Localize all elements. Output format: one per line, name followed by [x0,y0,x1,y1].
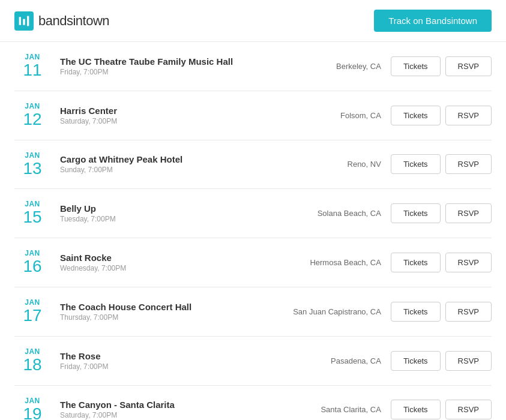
event-info: Saint Rocke Wednesday, 7:00PM [60,253,283,272]
event-day: 11 [14,61,50,80]
svg-rect-0 [19,17,21,25]
tickets-button[interactable]: Tickets [391,56,441,76]
date-block: JAN 11 [14,53,50,80]
event-name: Harris Center [60,106,283,116]
rsvp-button[interactable]: RSVP [445,154,492,174]
event-day: 15 [14,208,50,227]
event-time: Wednesday, 7:00PM [60,264,283,272]
svg-rect-1 [23,19,25,25]
tickets-button[interactable]: Tickets [391,351,441,371]
event-actions: Tickets RSVP [391,203,492,223]
rsvp-button[interactable]: RSVP [445,203,492,223]
rsvp-button[interactable]: RSVP [445,253,492,272]
event-info: The Coach House Concert Hall Thursday, 7… [60,302,283,322]
event-name: The Rose [60,351,283,361]
event-day: 16 [14,257,50,276]
date-block: JAN 16 [14,249,50,276]
event-time: Tuesday, 7:00PM [60,215,283,223]
tickets-button[interactable]: Tickets [391,106,441,125]
event-time: Sunday, 7:00PM [60,166,283,174]
date-block: JAN 17 [14,298,50,325]
date-block: JAN 18 [14,347,50,374]
event-day: 13 [14,160,50,178]
rsvp-button[interactable]: RSVP [445,56,492,76]
event-month: JAN [14,249,50,257]
event-actions: Tickets RSVP [391,302,492,322]
date-block: JAN 13 [14,151,50,178]
tickets-button[interactable]: Tickets [391,203,441,223]
event-info: Cargo at Whitney Peak Hotel Sunday, 7:00… [60,154,283,174]
event-name: The Coach House Concert Hall [60,302,283,312]
event-name: Saint Rocke [60,253,283,263]
event-location: Hermosa Beach, CA [283,258,391,267]
event-actions: Tickets RSVP [391,154,492,174]
tickets-button[interactable]: Tickets [391,154,441,174]
track-button[interactable]: Track on Bandsintown [374,10,492,32]
logo-text: bandsintown [38,13,109,29]
rsvp-button[interactable]: RSVP [445,302,492,322]
event-time: Thursday, 7:00PM [60,313,283,322]
event-info: Belly Up Tuesday, 7:00PM [60,203,283,223]
rsvp-button[interactable]: RSVP [445,400,492,419]
event-day: 19 [14,405,50,420]
rsvp-button[interactable]: RSVP [445,351,492,371]
event-actions: Tickets RSVP [391,400,492,419]
event-month: JAN [14,151,50,160]
event-row: JAN 11 The UC Theatre Taube Family Music… [14,42,492,91]
logo-svg [18,15,30,27]
event-name: The Canyon - Santa Clarita [60,400,283,410]
event-name: The UC Theatre Taube Family Music Hall [60,56,283,67]
event-location: San Juan Capistrano, CA [283,307,391,316]
event-month: JAN [14,53,50,61]
event-actions: Tickets RSVP [391,106,492,125]
event-row: JAN 13 Cargo at Whitney Peak Hotel Sunda… [14,140,492,190]
event-name: Cargo at Whitney Peak Hotel [60,154,283,164]
event-location: Berkeley, CA [283,62,391,71]
event-info: The UC Theatre Taube Family Music Hall F… [60,56,283,76]
event-row: JAN 19 The Canyon - Santa Clarita Saturd… [14,386,492,420]
tickets-button[interactable]: Tickets [391,400,441,419]
event-info: The Canyon - Santa Clarita Saturday, 7:0… [60,400,283,419]
event-month: JAN [14,347,50,356]
event-info: Harris Center Saturday, 7:00PM [60,106,283,125]
event-name: Belly Up [60,203,283,214]
event-month: JAN [14,200,50,208]
event-location: Reno, NV [283,160,391,169]
event-time: Saturday, 7:00PM [60,411,283,419]
event-location: Solana Beach, CA [283,209,391,218]
date-block: JAN 15 [14,200,50,227]
event-time: Friday, 7:00PM [60,362,283,371]
tickets-button[interactable]: Tickets [391,253,441,272]
event-row: JAN 12 Harris Center Saturday, 7:00PM Fo… [14,91,492,140]
event-row: JAN 18 The Rose Friday, 7:00PM Pasadena,… [14,337,492,386]
events-list: JAN 11 The UC Theatre Taube Family Music… [0,42,506,420]
event-row: JAN 15 Belly Up Tuesday, 7:00PM Solana B… [14,189,492,238]
logo: bandsintown [14,11,109,31]
event-actions: Tickets RSVP [391,253,492,272]
header: bandsintown Track on Bandsintown [0,0,506,42]
event-row: JAN 16 Saint Rocke Wednesday, 7:00PM Her… [14,238,492,287]
event-location: Santa Clarita, CA [283,405,391,414]
event-day: 17 [14,307,50,325]
rsvp-button[interactable]: RSVP [445,106,492,125]
event-time: Saturday, 7:00PM [60,117,283,125]
event-actions: Tickets RSVP [391,56,492,76]
event-row: JAN 17 The Coach House Concert Hall Thur… [14,287,492,337]
event-location: Pasadena, CA [283,356,391,365]
event-month: JAN [14,298,50,307]
tickets-button[interactable]: Tickets [391,302,441,322]
event-month: JAN [14,102,50,110]
date-block: JAN 19 [14,397,50,420]
logo-icon [14,11,34,31]
event-month: JAN [14,397,50,405]
event-time: Friday, 7:00PM [60,68,283,76]
date-block: JAN 12 [14,102,50,129]
event-day: 12 [14,110,50,129]
event-info: The Rose Friday, 7:00PM [60,351,283,371]
svg-rect-2 [27,16,29,26]
event-day: 18 [14,356,50,374]
event-actions: Tickets RSVP [391,351,492,371]
event-location: Folsom, CA [283,111,391,120]
